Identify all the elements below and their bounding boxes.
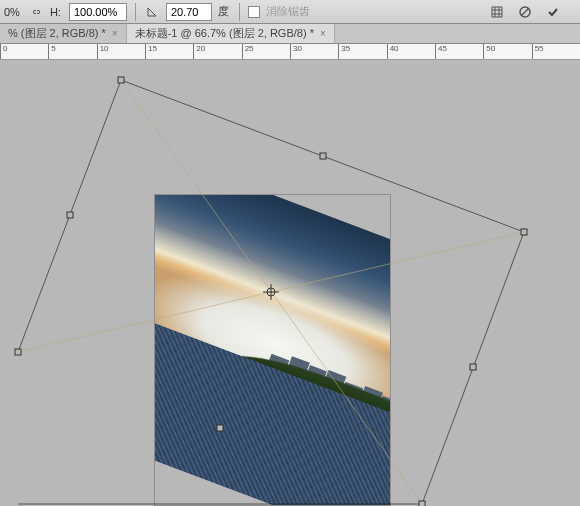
transform-handle[interactable]: [470, 364, 476, 370]
photo-content: [155, 195, 390, 505]
transform-handle[interactable]: [15, 349, 21, 355]
transform-options-bar: 0% H: 度 消除锯齿: [0, 0, 580, 24]
ruler-tick: 35: [338, 44, 350, 60]
ruler-tick: 30: [290, 44, 302, 60]
ruler-tick: 25: [242, 44, 254, 60]
transform-handle[interactable]: [118, 77, 124, 83]
antialias-checkbox[interactable]: [248, 6, 260, 18]
ruler-tick: 50: [483, 44, 495, 60]
h-label: H:: [50, 6, 63, 18]
document-tab[interactable]: % (图层 2, RGB/8) * ×: [0, 24, 127, 43]
ruler-tick: 15: [145, 44, 157, 60]
angle-icon: [144, 4, 160, 20]
angle-unit: 度: [218, 4, 231, 19]
close-icon[interactable]: ×: [112, 28, 118, 39]
svg-line-5: [18, 80, 121, 352]
document-tab-bar: % (图层 2, RGB/8) * × 未标题-1 @ 66.7% (图层 2,…: [0, 24, 580, 44]
tab-label: 未标题-1 @ 66.7% (图层 2, RGB/8) *: [135, 26, 314, 41]
document-tab[interactable]: 未标题-1 @ 66.7% (图层 2, RGB/8) * ×: [127, 24, 335, 43]
angle-input[interactable]: [166, 3, 212, 21]
transform-handle[interactable]: [320, 153, 326, 159]
link-icon[interactable]: [28, 4, 44, 20]
ruler-tick: 0: [0, 44, 7, 60]
document-image: [155, 195, 390, 505]
width-prefix: 0%: [4, 6, 22, 18]
ruler-tick: 10: [97, 44, 109, 60]
height-input[interactable]: [69, 3, 127, 21]
close-icon[interactable]: ×: [320, 28, 326, 39]
transform-handle[interactable]: [521, 229, 527, 235]
svg-line-1: [522, 8, 529, 15]
cancel-icon[interactable]: [516, 3, 534, 21]
commit-icon[interactable]: [544, 3, 562, 21]
transform-handle[interactable]: [67, 212, 73, 218]
antialias-label: 消除锯齿: [266, 4, 312, 19]
warp-mode-icon[interactable]: [488, 3, 506, 21]
svg-line-3: [422, 232, 524, 504]
ruler-tick: 55: [532, 44, 544, 60]
ruler-tick: 20: [193, 44, 205, 60]
transform-handle[interactable]: [419, 501, 425, 506]
tab-label: % (图层 2, RGB/8) *: [8, 26, 106, 41]
ruler-tick: 40: [387, 44, 399, 60]
canvas[interactable]: [0, 60, 580, 506]
horizontal-ruler: 051015202530354045505560: [0, 44, 580, 60]
ruler-tick: 45: [435, 44, 447, 60]
ruler-tick: 5: [48, 44, 55, 60]
